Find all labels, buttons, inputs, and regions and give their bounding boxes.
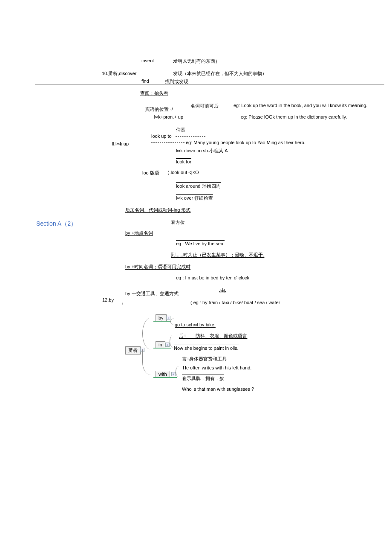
objpos-b: l∞k+pron.+ up	[154, 114, 183, 119]
expand-icon[interactable]: ±	[165, 343, 170, 347]
discover-zh: 发现（本来就已经存在，但不为人知的事物）	[173, 70, 267, 77]
phrases-label: loo 版语	[142, 170, 159, 176]
underline-icon	[153, 377, 177, 378]
compare-by-eg: go to sch∞l by bike.	[175, 322, 216, 327]
expand-icon[interactable]: ±	[166, 316, 170, 320]
objpos-label: 宾语的位置 -/	[145, 106, 173, 113]
connector-icon	[176, 366, 183, 377]
find-en: find	[141, 78, 149, 84]
underline-icon	[153, 348, 171, 349]
invent-en: invent	[141, 58, 154, 63]
lookaround: look around 环顾四周	[176, 182, 221, 189]
lookout: ).look out <|×O	[168, 170, 199, 175]
compare-by-label: by	[156, 314, 167, 321]
time-label: by +时间名词；谓语可用完成时	[125, 264, 190, 270]
lookupto-eg: eg: Many young people look up to Yao Min…	[186, 140, 306, 145]
row11-label: ll.l∞k up	[112, 141, 129, 146]
compare-in-label: in	[156, 341, 165, 348]
place-meaning: 衰方位	[171, 219, 185, 226]
compare-in-eg: Now she begins to paint in oils.	[174, 345, 239, 351]
row10-label: 10.辨析,discover	[102, 70, 136, 77]
divider	[35, 84, 384, 85]
compare-with-rule2: 衰示具牌，拥有，叙	[182, 375, 224, 382]
compare-with-rule: 言+身体器官费和工具	[182, 356, 227, 362]
underline-icon	[153, 321, 171, 322]
lookupto-meaning: 仰慕	[176, 126, 185, 133]
objpos-eg-b: eg: Please lOOk them up in the dictionar…	[241, 114, 347, 119]
place-label: by +地点名词	[125, 230, 153, 236]
connector-icon	[170, 318, 178, 325]
lookdown: l∞k down on sb.小瞧某 A	[176, 147, 228, 154]
objpos-a: 名词可前可后	[190, 103, 219, 109]
expand-icon[interactable]: ±	[171, 372, 176, 376]
place-eg: eg : We live by the sea.	[176, 240, 225, 246]
lookupto-label: look up to	[151, 134, 172, 139]
compare-root: 辨析	[125, 346, 141, 355]
compare-with-eg: He often writes with his left hand.	[183, 365, 251, 370]
lookfor: look for	[176, 158, 191, 164]
connector-icon	[170, 335, 177, 348]
time-meaning: 到......时为止（已发生某事）；最晚、不迟于.	[171, 252, 264, 258]
transport-label: by 十交通工具、交通方式	[125, 291, 179, 297]
compare-in-rule: 后+ 防料、衣服、颜色或语言	[179, 333, 247, 339]
slash-icon: /	[122, 301, 123, 306]
by-rule1: 后加名词、代词或动词-ing 形式	[125, 207, 190, 213]
objpos-eg-a: eg: Look up the word in the book, and yo…	[233, 103, 367, 108]
lookup-meaning: 查阅；抬头看	[140, 90, 168, 96]
transport-eg: ( eg : by train / taxi / bike/ boat / se…	[190, 300, 280, 305]
transport-meaning: .由.	[219, 287, 226, 293]
compare-with-label: with	[156, 371, 170, 378]
time-eg: eg : I must be in bed by ten o' clock.	[176, 275, 251, 280]
find-zh: 找到或发现	[165, 78, 188, 85]
dash-icon	[176, 136, 205, 137]
invent-zh: 发明以无到有的东西）	[173, 58, 220, 64]
row12-label: 12.by	[102, 297, 114, 302]
dash-icon	[151, 142, 184, 142]
lookover: l∞k over 仔细检查	[176, 194, 213, 201]
compare-with-eg2: Who' s that man with sunglasses ?	[182, 386, 254, 392]
section-title: Section A（2）	[36, 220, 77, 228]
